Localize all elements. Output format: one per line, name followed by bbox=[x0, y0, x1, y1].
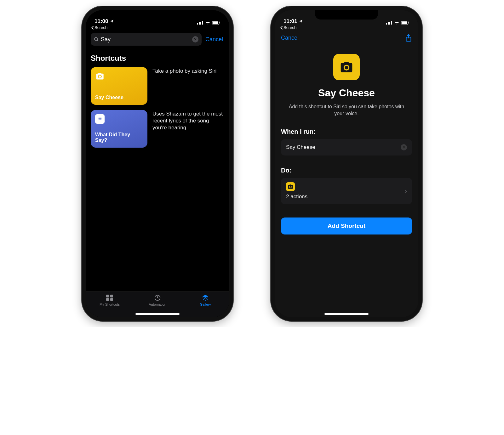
home-indicator[interactable] bbox=[324, 313, 369, 315]
trigger-phrase-value: Say Cheese bbox=[286, 144, 315, 150]
search-icon bbox=[94, 37, 99, 42]
quote-icon bbox=[95, 114, 105, 124]
svg-rect-16 bbox=[389, 22, 390, 25]
do-label: Do: bbox=[281, 167, 291, 174]
shortcut-subtitle: Add this shortcut to Siri so you can tak… bbox=[281, 103, 412, 117]
back-to-search[interactable]: Search bbox=[275, 25, 418, 31]
chevron-right-icon: › bbox=[405, 188, 407, 195]
back-label: Search bbox=[284, 25, 296, 30]
svg-rect-0 bbox=[197, 23, 198, 25]
clock-icon bbox=[154, 294, 161, 301]
shortcut-tile-what-did-they-say[interactable]: What Did They Say? bbox=[91, 110, 147, 148]
phone-left: 11:00 Search Say ✕ C bbox=[82, 6, 233, 321]
clear-field-icon[interactable]: ✕ bbox=[401, 144, 407, 150]
cellular-icon bbox=[197, 21, 203, 25]
search-value: Say bbox=[101, 36, 192, 43]
camera-icon bbox=[286, 182, 295, 191]
svg-rect-6 bbox=[220, 22, 220, 23]
svg-rect-5 bbox=[213, 21, 218, 24]
tab-label: Automation bbox=[149, 302, 166, 306]
svg-rect-20 bbox=[409, 22, 409, 23]
svg-rect-1 bbox=[199, 22, 200, 25]
home-indicator[interactable] bbox=[135, 313, 180, 315]
battery-icon bbox=[401, 21, 410, 25]
result-row[interactable]: Say Cheese Take a photo by asking Siri bbox=[91, 67, 224, 105]
tab-label: My Shortcuts bbox=[100, 302, 120, 306]
svg-rect-2 bbox=[200, 22, 201, 25]
svg-line-8 bbox=[97, 40, 98, 41]
tile-label: Say Cheese bbox=[95, 95, 143, 100]
svg-rect-10 bbox=[110, 295, 113, 297]
wifi-icon bbox=[394, 21, 400, 25]
tab-label: Gallery bbox=[200, 302, 211, 306]
cancel-search-button[interactable]: Cancel bbox=[205, 36, 224, 43]
back-label: Search bbox=[94, 25, 107, 30]
search-input[interactable]: Say ✕ bbox=[91, 33, 202, 46]
svg-rect-19 bbox=[402, 21, 407, 24]
tab-gallery[interactable]: Gallery bbox=[186, 294, 224, 306]
result-desc: Uses Shazam to get the most recent lyric… bbox=[152, 110, 224, 148]
location-icon bbox=[299, 19, 303, 24]
tile-label: What Did They Say? bbox=[95, 132, 143, 143]
grid-icon bbox=[106, 294, 113, 301]
section-title: Shortcuts bbox=[91, 54, 224, 63]
cellular-icon bbox=[386, 21, 392, 25]
tab-automation[interactable]: Automation bbox=[139, 294, 176, 306]
result-desc: Take a photo by asking Siri bbox=[152, 67, 224, 105]
camera-icon bbox=[340, 60, 353, 74]
phone-right: 11:01 Search Cancel Say Cheese Ad bbox=[271, 6, 422, 321]
camera-icon bbox=[95, 71, 105, 81]
actions-count: 2 actions bbox=[286, 194, 307, 200]
status-time: 11:01 bbox=[284, 18, 297, 25]
svg-rect-17 bbox=[391, 21, 392, 25]
shortcut-tile-say-cheese[interactable]: Say Cheese bbox=[91, 67, 147, 105]
layers-icon bbox=[202, 294, 209, 301]
svg-point-7 bbox=[94, 37, 97, 40]
back-to-search[interactable]: Search bbox=[86, 25, 229, 31]
svg-rect-3 bbox=[202, 21, 203, 25]
location-icon bbox=[110, 19, 114, 24]
when-i-run-label: When I run: bbox=[281, 128, 316, 135]
svg-rect-14 bbox=[386, 23, 387, 25]
svg-rect-15 bbox=[388, 22, 389, 25]
chevron-left-icon bbox=[280, 26, 283, 30]
chevron-left-icon bbox=[91, 26, 94, 30]
clear-search-icon[interactable]: ✕ bbox=[192, 36, 198, 42]
status-time: 11:00 bbox=[94, 18, 108, 25]
shortcut-title: Say Cheese bbox=[318, 87, 375, 99]
share-icon[interactable] bbox=[405, 34, 412, 42]
svg-rect-12 bbox=[110, 298, 113, 301]
notch bbox=[126, 10, 189, 20]
add-shortcut-button[interactable]: Add Shortcut bbox=[281, 218, 412, 234]
wifi-icon bbox=[205, 21, 211, 25]
tab-my-shortcuts[interactable]: My Shortcuts bbox=[91, 294, 129, 306]
battery-icon bbox=[212, 21, 220, 25]
trigger-phrase-field[interactable]: Say Cheese ✕ bbox=[281, 139, 412, 155]
notch bbox=[315, 10, 378, 20]
cancel-button[interactable]: Cancel bbox=[281, 35, 299, 41]
result-row[interactable]: What Did They Say? Uses Shazam to get th… bbox=[91, 110, 224, 148]
shortcut-detail-icon bbox=[333, 54, 360, 80]
svg-rect-11 bbox=[106, 298, 109, 301]
svg-rect-9 bbox=[106, 295, 109, 297]
actions-box[interactable]: 2 actions › bbox=[281, 178, 412, 204]
